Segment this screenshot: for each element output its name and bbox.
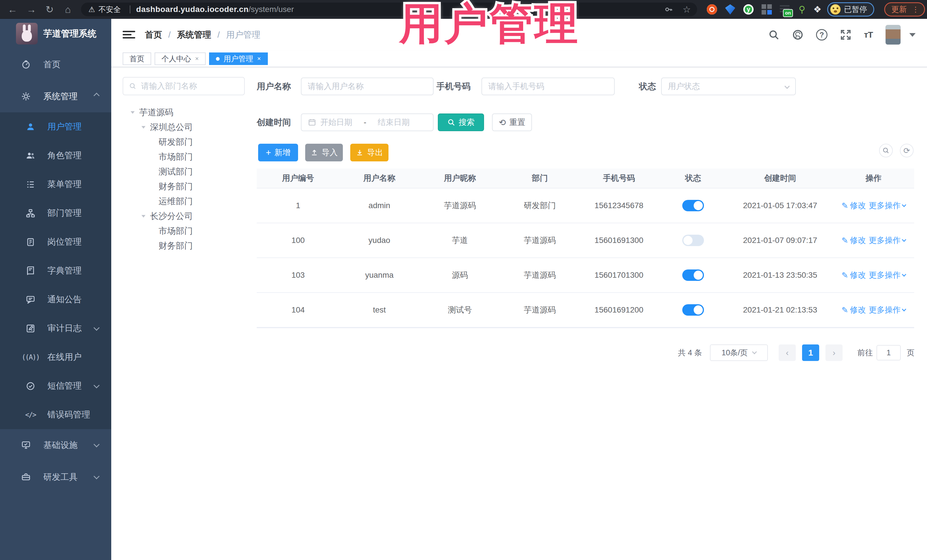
- refresh-button[interactable]: ⟳: [900, 144, 913, 157]
- browser-update-button[interactable]: 更新 ⋮: [884, 2, 925, 17]
- sidebar-item-notice[interactable]: 通知公告: [0, 285, 111, 314]
- tab-profile[interactable]: 个人中心 ×: [155, 52, 206, 65]
- sidebar-item-home[interactable]: 首页: [0, 49, 111, 80]
- mobile-input[interactable]: [488, 82, 608, 91]
- tab-home[interactable]: 首页: [123, 52, 151, 65]
- search-icon[interactable]: [768, 29, 780, 41]
- tree-expand-icon[interactable]: [141, 126, 146, 129]
- tree-node[interactable]: 长沙分公司: [120, 209, 247, 223]
- username-field[interactable]: [301, 77, 433, 95]
- sidebar-item-post-mgmt[interactable]: 岗位管理: [0, 228, 111, 256]
- next-page-button[interactable]: ›: [825, 344, 843, 361]
- toolbox-icon: [21, 472, 31, 483]
- sidebar-item-infrastructure[interactable]: 基础设施: [0, 429, 111, 461]
- tree-expand-icon[interactable]: [141, 215, 146, 217]
- browser-profile-button[interactable]: 已暂停: [827, 2, 874, 17]
- breadcrumb-home[interactable]: 首页: [145, 29, 162, 41]
- user-icon: [25, 121, 36, 132]
- font-size-icon[interactable]: ᴛT: [864, 30, 873, 39]
- browser-home-icon[interactable]: ⌂: [59, 0, 77, 19]
- sidebar-item-sms-mgmt[interactable]: 短信管理: [0, 372, 111, 400]
- status-toggle[interactable]: [682, 269, 704, 281]
- prev-page-button[interactable]: ‹: [779, 344, 796, 361]
- dept-search-input[interactable]: [141, 82, 239, 91]
- fullscreen-icon[interactable]: [840, 29, 851, 41]
- key-icon[interactable]: [664, 5, 673, 14]
- tree-node[interactable]: 市场部门: [120, 149, 247, 164]
- green-circle-extension-icon[interactable]: y: [743, 4, 754, 15]
- tab-user-mgmt[interactable]: 用户管理 ×: [209, 52, 268, 65]
- github-icon[interactable]: [792, 29, 804, 41]
- page-size-select[interactable]: 10条/页: [710, 344, 768, 361]
- current-page-button[interactable]: 1: [802, 344, 819, 361]
- sidebar-collapse-icon[interactable]: [123, 29, 135, 41]
- sidebar-item-audit-log[interactable]: 审计日志: [0, 314, 111, 343]
- pagination: 共 4 条 10条/页 ‹ 1 › 前往 页: [257, 344, 914, 361]
- username-input[interactable]: [308, 82, 427, 91]
- address-bar[interactable]: ⚠ 不安全 dashboard.yudao.iocoder.cn /system…: [81, 3, 697, 16]
- sidebar-item-user-mgmt[interactable]: 用户管理: [0, 112, 111, 141]
- edit-link[interactable]: ✎修改: [842, 270, 866, 281]
- sidebar-item-dict-mgmt[interactable]: 字典管理: [0, 256, 111, 285]
- puzzle-extension-icon[interactable]: ❖: [813, 4, 821, 15]
- status-toggle[interactable]: [682, 304, 704, 316]
- toggle-search-button[interactable]: [879, 144, 893, 157]
- browser-forward-icon[interactable]: →: [22, 0, 41, 19]
- app-logo[interactable]: 芋道管理系统: [0, 19, 111, 49]
- tree-node[interactable]: 研发部门: [120, 135, 247, 149]
- sidebar-item-role-mgmt[interactable]: 角色管理: [0, 141, 111, 170]
- tree-node[interactable]: 深圳总公司: [120, 120, 247, 135]
- tree-expand-icon[interactable]: [131, 111, 135, 114]
- add-button[interactable]: + 新增: [258, 144, 298, 161]
- sidebar-item-dept-mgmt[interactable]: 部门管理: [0, 199, 111, 228]
- edit-link[interactable]: ✎修改: [842, 235, 866, 246]
- date-range-field[interactable]: 开始日期 - 结束日期: [301, 114, 433, 131]
- tree-node[interactable]: 市场部门: [120, 223, 247, 238]
- caret-down-icon[interactable]: [909, 33, 916, 37]
- green-key-extension-icon[interactable]: ⚲: [799, 4, 805, 15]
- export-button[interactable]: 导出: [350, 144, 389, 161]
- status-toggle[interactable]: [682, 200, 704, 211]
- search-button[interactable]: 搜索: [438, 114, 484, 131]
- sidebar-item-dev-tools[interactable]: 研发工具: [0, 461, 111, 493]
- close-icon[interactable]: ×: [195, 55, 199, 62]
- status-toggle[interactable]: [682, 235, 704, 246]
- help-icon[interactable]: ?: [816, 29, 827, 41]
- bookmark-star-icon[interactable]: ☆: [682, 4, 691, 15]
- tree-node[interactable]: 财务部门: [120, 238, 247, 253]
- more-actions-link[interactable]: 更多操作: [869, 305, 906, 316]
- edit-link[interactable]: ✎修改: [842, 200, 866, 211]
- browser-menu-icon[interactable]: ⋮: [912, 5, 919, 14]
- reset-button[interactable]: ⟲ 重置: [492, 114, 532, 131]
- tree-node[interactable]: 财务部门: [120, 179, 247, 194]
- table-row: 100 yudao 芋道 芋道源码 15601691300 2021-01-07…: [257, 223, 914, 258]
- close-icon[interactable]: ×: [257, 55, 261, 62]
- sidebar-item-system[interactable]: 系统管理: [0, 80, 111, 112]
- ubuntu-extension-icon[interactable]: [707, 4, 717, 15]
- more-actions-link[interactable]: 更多操作: [869, 235, 906, 246]
- edit-link[interactable]: ✎修改: [842, 305, 866, 316]
- browser-back-icon[interactable]: ←: [3, 0, 22, 19]
- breadcrumb-system[interactable]: 系统管理: [177, 29, 211, 41]
- switch-extension-icon[interactable]: on: [780, 4, 791, 15]
- import-button[interactable]: 导入: [305, 144, 343, 161]
- sidebar-item-menu-mgmt[interactable]: 菜单管理: [0, 170, 111, 199]
- tree-node[interactable]: 运维部门: [120, 194, 247, 209]
- goto-page-input[interactable]: [877, 345, 901, 360]
- sidebar-item-online-users[interactable]: ((A)) 在线用户: [0, 343, 111, 372]
- tree-node[interactable]: 测试部门: [120, 164, 247, 179]
- sidebar-item-error-code[interactable]: </> 错误码管理: [0, 400, 111, 429]
- browser-reload-icon[interactable]: ↻: [41, 0, 59, 19]
- created-label: 创建时间: [257, 114, 291, 131]
- mobile-field[interactable]: [482, 77, 615, 95]
- dept-search-box[interactable]: [123, 77, 245, 95]
- status-select[interactable]: 用户状态: [661, 77, 796, 95]
- blue-gem-extension-icon[interactable]: [725, 4, 736, 15]
- grid-extension-icon[interactable]: [761, 4, 772, 15]
- avatar[interactable]: [885, 25, 901, 45]
- more-actions-link[interactable]: 更多操作: [869, 200, 906, 211]
- tree-node[interactable]: 芋道源码: [120, 105, 247, 120]
- more-actions-link[interactable]: 更多操作: [869, 270, 906, 281]
- update-label: 更新: [891, 4, 907, 15]
- refresh-icon: ⟳: [903, 146, 910, 155]
